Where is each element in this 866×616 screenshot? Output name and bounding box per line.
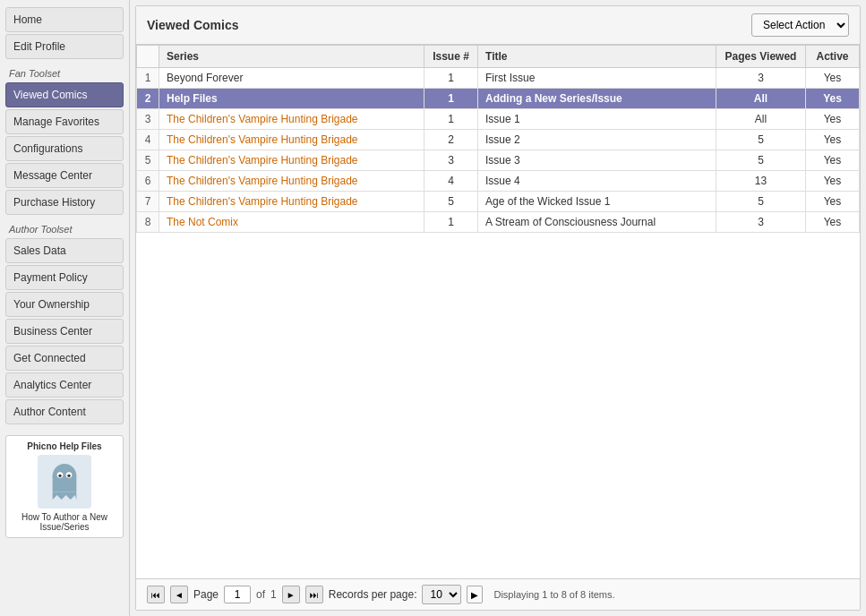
svg-rect-1 [53,475,77,492]
cell-active: Yes [806,150,860,171]
sidebar-item-edit-profile[interactable]: Edit Profile [5,34,124,59]
cell-series[interactable]: The Not Comix [159,212,424,233]
cell-pages: 3 [716,212,806,233]
cell-active: Yes [806,89,860,109]
sidebar-item-payment-policy[interactable]: Payment Policy [5,265,124,290]
sidebar-item-business-center[interactable]: Business Center [5,319,124,344]
cell-series[interactable]: The Children's Vampire Hunting Brigade [159,192,424,212]
help-box-subtitle: How To Author a New Issue/Series [12,512,117,532]
table-row: 6The Children's Vampire Hunting Brigade4… [137,171,860,192]
table-footer: ⏮ ◄ Page of 1 ► ⏭ Records per page: 10 2… [136,578,860,610]
sidebar-item-purchase-history[interactable]: Purchase History [5,190,124,215]
last-page-button[interactable]: ⏭ [305,586,323,603]
sidebar-item-message-center[interactable]: Message Center [5,163,124,188]
go-button[interactable]: ▶ [467,586,483,603]
records-label: Records per page: [329,588,417,601]
cell-active: Yes [806,109,860,130]
cell-pages: All [716,109,806,130]
cell-issue: 1 [424,109,478,130]
cell-row-num: 1 [137,68,159,89]
sidebar-item-manage-favorites[interactable]: Manage Favorites [5,109,124,134]
cell-issue: 4 [424,171,478,192]
table-row: 1Beyond Forever1First Issue3Yes [137,68,860,89]
cell-series[interactable]: The Children's Vampire Hunting Brigade [159,130,424,150]
cell-issue: 3 [424,150,478,171]
col-header-series: Series [159,46,424,68]
cell-row-num: 7 [137,192,159,212]
cell-active: Yes [806,171,860,192]
cell-pages: 3 [716,68,806,89]
table-container: Series Issue # Title Pages Viewed Active… [136,45,860,578]
help-box-title: Phicno Help Files [12,441,117,451]
cell-row-num: 2 [137,89,159,109]
cell-series: Help Files [159,89,424,109]
cell-issue: 2 [424,130,478,150]
col-header-active: Active [806,46,860,68]
page-input[interactable] [224,586,251,603]
cell-series: Beyond Forever [159,68,424,89]
sidebar-item-sales-data[interactable]: Sales Data [5,238,124,263]
cell-pages: All [716,89,806,109]
sidebar-item-your-ownership[interactable]: Your Ownership [5,292,124,317]
col-header-title: Title [478,46,716,68]
page-title: Viewed Comics [147,18,238,32]
cell-active: Yes [806,130,860,150]
records-per-page-select[interactable]: 10 25 50 [422,585,461,604]
svg-point-6 [67,475,70,477]
sidebar-item-author-content[interactable]: Author Content [5,399,124,424]
cell-title: Issue 4 [478,171,716,192]
of-label: of [256,588,265,601]
author-toolset-label: Author Toolset [9,224,124,235]
first-page-button[interactable]: ⏮ [147,586,165,603]
viewed-comics-table: Series Issue # Title Pages Viewed Active… [136,45,860,233]
col-header-issue: Issue # [424,46,478,68]
prev-page-button[interactable]: ◄ [170,586,188,603]
col-header-num [137,46,159,68]
svg-marker-2 [53,492,77,500]
cell-pages: 5 [716,192,806,212]
sidebar-item-analytics-center[interactable]: Analytics Center [5,372,124,398]
total-pages: 1 [270,588,277,601]
col-header-pages: Pages Viewed [716,46,806,68]
cell-title: Issue 1 [478,109,716,130]
cell-title: Age of the Wicked Issue 1 [478,192,716,212]
cell-series[interactable]: The Children's Vampire Hunting Brigade [159,150,424,171]
cell-row-num: 4 [137,130,159,150]
cell-pages: 13 [716,171,806,192]
display-info: Displaying 1 to 8 of 8 items. [493,589,614,600]
main-content: Viewed Comics Select Action Series Issue… [135,5,861,611]
cell-series[interactable]: The Children's Vampire Hunting Brigade [159,109,424,130]
table-header-row: Series Issue # Title Pages Viewed Active [137,46,860,68]
table-row: 8The Not Comix1A Stream of Consciousness… [137,212,860,233]
cell-active: Yes [806,212,860,233]
svg-point-5 [58,475,61,477]
sidebar: Home Edit Profile Fan Toolset Viewed Com… [0,0,130,616]
cell-issue: 1 [424,212,478,233]
help-box: Phicno Help Files How To Author a New Is… [5,435,124,538]
cell-issue: 5 [424,192,478,212]
cell-issue: 1 [424,89,478,109]
cell-pages: 5 [716,150,806,171]
sidebar-item-get-connected[interactable]: Get Connected [5,346,124,371]
cell-title: A Stream of Consciousness Journal [478,212,716,233]
cell-issue: 1 [424,68,478,89]
sidebar-item-viewed-comics[interactable]: Viewed Comics [5,82,124,107]
table-row: 5The Children's Vampire Hunting Brigade3… [137,150,860,171]
cell-row-num: 5 [137,150,159,171]
select-action-dropdown[interactable]: Select Action [751,13,849,37]
cell-title: Issue 3 [478,150,716,171]
cell-row-num: 6 [137,171,159,192]
next-page-button[interactable]: ► [282,586,300,603]
table-row: 3The Children's Vampire Hunting Brigade1… [137,109,860,130]
sidebar-item-home[interactable]: Home [5,7,124,32]
fan-toolset-label: Fan Toolset [9,68,124,79]
sidebar-item-configurations[interactable]: Configurations [5,136,124,161]
cell-series[interactable]: The Children's Vampire Hunting Brigade [159,171,424,192]
table-body: 1Beyond Forever1First Issue3Yes2Help Fil… [137,68,860,233]
table-row: 7The Children's Vampire Hunting Brigade5… [137,192,860,212]
cell-pages: 5 [716,130,806,150]
cell-active: Yes [806,68,860,89]
main-header: Viewed Comics Select Action [136,6,860,45]
table-row: 2Help Files1Adding a New Series/IssueAll… [137,89,860,109]
cell-title: Adding a New Series/Issue [478,89,716,109]
